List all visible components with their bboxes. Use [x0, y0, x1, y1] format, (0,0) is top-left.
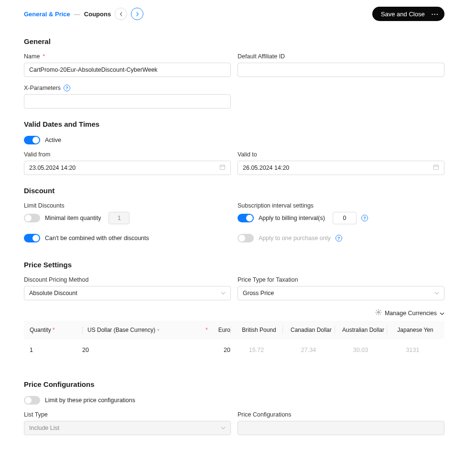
- table-header: Quantity * US Dollar (Base Currency) ▾ *…: [24, 321, 444, 339]
- section-title-price-settings: Price Settings: [24, 261, 444, 269]
- th-gbp[interactable]: British Pound: [230, 326, 282, 334]
- tax-type-value: Gross Price: [243, 290, 274, 296]
- label-tax-type: Price Type for Taxation: [238, 276, 444, 283]
- section-title-price-config: Price Configurations: [24, 380, 444, 388]
- name-input[interactable]: CartPromo-20Eur-AbsoluteDiscount-CyberWe…: [24, 63, 231, 77]
- label-apply-billing: Apply to billing interval(s): [259, 215, 325, 221]
- cell-quantity[interactable]: 1: [30, 347, 82, 353]
- chevron-left-icon: [119, 12, 123, 16]
- section-title-discount: Discount: [24, 187, 444, 195]
- th-jpy[interactable]: Japanese Yen: [387, 326, 439, 334]
- th-gbp-text: British Pound: [242, 327, 276, 333]
- breadcrumb: General & Price — Coupons: [24, 8, 143, 20]
- pricing-method-value: Absolute Discount: [29, 290, 77, 296]
- toggle-apply-one: [238, 234, 254, 242]
- label-price-configurations: Price Configurations: [238, 411, 444, 418]
- toggle-cant-combine[interactable]: [24, 234, 40, 242]
- required-icon: *: [43, 53, 45, 60]
- label-valid-to: Valid to: [238, 151, 444, 158]
- pricing-method-select[interactable]: Absolute Discount: [24, 286, 231, 300]
- cell-gbp: 15.72: [230, 347, 282, 353]
- xparams-input[interactable]: [24, 94, 231, 109]
- breadcrumb-step-general[interactable]: General & Price: [24, 11, 70, 18]
- min-qty-input: 1: [108, 212, 130, 224]
- label-name: Name *: [24, 53, 231, 60]
- save-and-close-label: Save and Close: [381, 11, 425, 18]
- chevron-down-icon: [440, 310, 444, 317]
- th-quantity-text: Quantity: [30, 327, 51, 333]
- list-type-value: Include List: [29, 425, 59, 431]
- th-cad[interactable]: Canadian Dollar: [282, 326, 335, 334]
- label-cant-combine: Can't be combined with other discounts: [45, 235, 149, 241]
- cell-eur[interactable]: 20: [178, 347, 230, 353]
- th-jpy-text: Japanese Yen: [397, 327, 433, 333]
- calendar-icon: [433, 164, 439, 172]
- cell-usd[interactable]: 20: [82, 347, 178, 353]
- cell-cad: 27.34: [282, 347, 335, 353]
- label-min-qty: Minimal item quantity: [45, 215, 101, 221]
- chevron-down-icon: [434, 292, 439, 295]
- gear-icon: [375, 309, 382, 317]
- label-affiliate: Default Affiliate ID: [238, 53, 444, 60]
- label-xparams: X-Parameters ?: [24, 85, 231, 91]
- required-icon: *: [53, 327, 55, 333]
- th-usd[interactable]: US Dollar (Base Currency) ▾: [82, 326, 178, 334]
- calendar-icon: [219, 164, 226, 172]
- th-usd-text: US Dollar (Base Currency): [87, 327, 155, 333]
- manage-currencies-link[interactable]: Manage Currencies: [24, 309, 444, 317]
- valid-from-input[interactable]: 23.05.2024 14:20: [24, 161, 231, 175]
- svg-point-8: [378, 311, 379, 313]
- nav-prev-button[interactable]: [115, 8, 127, 20]
- help-icon[interactable]: ?: [361, 215, 368, 221]
- valid-to-input[interactable]: 26.05.2024 14:20: [238, 161, 444, 175]
- label-active: Active: [45, 137, 61, 143]
- manage-currencies-label: Manage Currencies: [385, 310, 437, 317]
- list-type-select: Include List: [24, 421, 231, 435]
- help-icon[interactable]: ?: [64, 85, 70, 91]
- valid-to-value: 26.05.2024 14:20: [243, 165, 289, 171]
- label-apply-one: Apply to one purchase only: [259, 235, 331, 241]
- tax-type-select[interactable]: Gross Price: [238, 286, 444, 300]
- th-quantity[interactable]: Quantity *: [30, 327, 82, 333]
- label-limit-price-config: Limit by these price configurations: [45, 397, 135, 404]
- chevron-right-icon: [135, 12, 140, 16]
- svg-rect-4: [433, 165, 438, 169]
- valid-from-value: 23.05.2024 14:20: [29, 165, 76, 171]
- currency-table: Quantity * US Dollar (Base Currency) ▾ *…: [24, 321, 444, 361]
- label-list-type: List Type: [24, 411, 231, 418]
- toggle-active[interactable]: [24, 136, 40, 144]
- help-icon[interactable]: ?: [335, 235, 342, 241]
- save-and-close-button[interactable]: Save and Close ···: [372, 7, 444, 21]
- chevron-down-icon: ▾: [157, 328, 160, 332]
- label-pricing-method: Discount Pricing Method: [24, 276, 231, 283]
- label-valid-from: Valid from: [24, 151, 231, 158]
- th-aud-text: Australian Dollar: [342, 327, 384, 333]
- svg-rect-0: [220, 165, 225, 169]
- toggle-min-qty[interactable]: [24, 214, 40, 222]
- th-aud[interactable]: Australian Dollar: [335, 326, 387, 334]
- label-limit-discounts: Limit Discounts: [24, 202, 231, 209]
- required-icon: *: [206, 327, 208, 333]
- chevron-down-icon: [221, 292, 226, 295]
- table-row: 1 20 20 15.72 27.34 30.03 3131: [24, 339, 444, 361]
- nav-next-button[interactable]: [131, 8, 143, 20]
- section-title-general: General: [24, 37, 444, 45]
- more-actions-icon[interactable]: ···: [430, 11, 439, 18]
- chevron-down-icon: [221, 427, 226, 429]
- breadcrumb-separator: —: [74, 11, 80, 18]
- breadcrumb-step-coupons[interactable]: Coupons: [84, 11, 111, 18]
- label-name-text: Name: [24, 53, 40, 60]
- top-bar: General & Price — Coupons Save and Close…: [24, 0, 444, 26]
- label-xparams-text: X-Parameters: [24, 85, 61, 91]
- label-sub-settings: Subscription interval settings: [238, 202, 444, 209]
- toggle-apply-billing[interactable]: [238, 214, 254, 222]
- th-cad-text: Canadian Dollar: [291, 327, 332, 333]
- affiliate-input[interactable]: [238, 63, 444, 77]
- th-eur[interactable]: * Euro: [178, 327, 230, 333]
- toggle-limit-price-config[interactable]: [24, 396, 40, 405]
- th-eur-text: Euro: [218, 327, 230, 333]
- apply-billing-input[interactable]: 0: [333, 212, 357, 224]
- section-title-valid: Valid Dates and Times: [24, 120, 444, 128]
- cell-aud: 30.03: [335, 347, 387, 353]
- price-configurations-input: [238, 421, 444, 435]
